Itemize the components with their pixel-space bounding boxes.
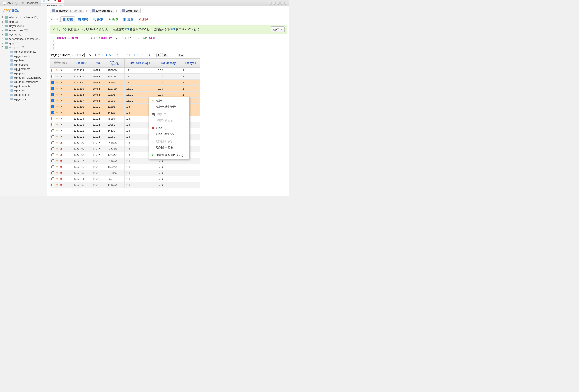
table-wp_term_relationships[interactable]: wp_term_relationships: [0, 75, 47, 80]
edit-row-icon[interactable]: ✎: [56, 177, 58, 180]
page-link-14[interactable]: 14: [147, 54, 150, 56]
table-wp_options[interactable]: wp_options: [0, 63, 47, 67]
table-row[interactable]: ✎✖1250285110162138761.370.002: [50, 170, 200, 176]
delete-row-icon[interactable]: ✖: [60, 105, 63, 108]
edit-row-icon[interactable]: ✎: [56, 135, 58, 138]
toolbar-add-button[interactable]: +: [55, 17, 60, 22]
row-checkbox[interactable]: [52, 147, 54, 150]
table-row[interactable]: ✎✖12502991075311679911.110.002: [50, 86, 200, 92]
table-row[interactable]: ✎✖1250300107539846511.110.002: [50, 80, 200, 86]
breadcrumb-host[interactable]: localhost (5.7.27-log): [50, 8, 84, 13]
window-control-icon[interactable]: [277, 1, 280, 4]
table-wp_postmeta[interactable]: wp_postmeta: [0, 67, 47, 71]
row-checkbox[interactable]: [52, 129, 54, 132]
edit-row-icon[interactable]: ✎: [56, 75, 58, 78]
delete-row-icon[interactable]: ✖: [60, 99, 63, 102]
edit-row-icon[interactable]: ✎: [56, 111, 58, 114]
row-checkbox[interactable]: [52, 105, 54, 108]
edit-row-icon[interactable]: ✎: [56, 183, 58, 186]
delete-row-icon[interactable]: ✖: [60, 81, 63, 84]
table-row[interactable]: ✎✖12503011075313117411.110.002: [50, 74, 200, 80]
table-wp_posts[interactable]: wp_posts: [0, 71, 47, 75]
table-wp_links[interactable]: wp_links: [0, 58, 47, 63]
row-checkbox[interactable]: [52, 75, 54, 78]
edit-row-icon[interactable]: ✎: [56, 129, 58, 132]
col-tid[interactable]: tid: [91, 58, 106, 67]
row-checkbox[interactable]: [52, 93, 54, 96]
edit-row-icon[interactable]: ✎: [56, 81, 58, 84]
edit-row-icon[interactable]: ✎: [56, 147, 58, 150]
edit-row-icon[interactable]: ✎: [56, 93, 58, 96]
edit-row-icon[interactable]: ✎: [56, 99, 58, 102]
row-checkbox[interactable]: [52, 153, 54, 156]
expand-icon[interactable]: +: [1, 25, 3, 27]
window-control-icon[interactable]: [281, 1, 284, 4]
page-select[interactable]: 1: [86, 53, 92, 57]
tab-truncate[interactable]: 🗑清空: [121, 16, 135, 22]
page-link-2[interactable]: 2: [98, 54, 100, 56]
menu-cancel-select[interactable]: 取消选中记录: [149, 145, 189, 151]
table-wp_comments[interactable]: wp_comments: [0, 54, 47, 58]
page-link-12[interactable]: 12: [137, 54, 140, 56]
delete-row-icon[interactable]: ✖: [60, 159, 63, 163]
tab-insert[interactable]: ＋新增: [106, 16, 120, 22]
table-wp_commentmeta[interactable]: wp_commentmeta: [0, 50, 47, 54]
execute-button[interactable]: 执行>>: [271, 26, 285, 33]
col-list_id[interactable]: list_id▽: [72, 58, 91, 67]
tab-word_list[interactable]: word_list×: [41, 0, 65, 3]
expand-icon[interactable]: +: [1, 29, 3, 31]
db-performance_schema[interactable]: +performance_schema(87): [0, 37, 47, 41]
delete-row-icon[interactable]: ✖: [60, 129, 63, 132]
menu-delete[interactable]: ✖删除 (D): [149, 125, 189, 131]
delete-row-icon[interactable]: ✖: [60, 141, 63, 144]
breadcrumb-table[interactable]: word_list: [120, 8, 141, 13]
row-checkbox[interactable]: [52, 160, 54, 162]
window-control-icon[interactable]: [284, 1, 287, 4]
menu-edit-selected[interactable]: 编辑已选中记录: [149, 104, 189, 110]
page-link-4[interactable]: 4: [106, 54, 107, 56]
row-checkbox[interactable]: [52, 171, 54, 174]
table-row[interactable]: ✎✖1250286110161502721.370.002: [50, 164, 200, 170]
delete-row-icon[interactable]: ✖: [60, 183, 63, 186]
delete-row-icon[interactable]: ✖: [60, 75, 63, 78]
page-link-1[interactable]: 1: [95, 54, 96, 56]
edit-row-icon[interactable]: ✎: [56, 87, 58, 90]
tab-drop[interactable]: ✖删除: [136, 16, 150, 22]
delete-row-icon[interactable]: ✖: [60, 123, 63, 126]
table-wp_termmeta[interactable]: wp_termmeta: [0, 84, 47, 88]
edit-row-icon[interactable]: ✎: [56, 123, 58, 126]
page-link-9[interactable]: 9: [124, 54, 125, 56]
menu-reload[interactable]: ↻重新加载本页数据 (R): [149, 152, 189, 158]
col-list_density[interactable]: list_density: [156, 58, 181, 67]
page-link-8[interactable]: 8: [120, 54, 122, 56]
row-checkbox[interactable]: [52, 81, 54, 84]
delete-row-icon[interactable]: ✖: [60, 93, 63, 96]
page-input[interactable]: [169, 53, 176, 57]
prev-page-button[interactable]: >: [156, 53, 161, 57]
row-checkbox[interactable]: [52, 141, 54, 144]
col-word_id[interactable]: word_id字段ID: [106, 58, 125, 67]
table-row[interactable]: ✎✖12502841101686911.370.002: [50, 176, 200, 182]
table-row[interactable]: ✎✖12503021075315690911.110.002: [50, 67, 200, 74]
db-mysql[interactable]: +mysql(31): [0, 33, 47, 37]
row-checkbox[interactable]: [52, 87, 54, 90]
row-checkbox[interactable]: [52, 117, 54, 120]
col-list_percentage[interactable]: list_percentage: [125, 58, 156, 67]
page-link-10[interactable]: 10: [127, 54, 130, 56]
close-icon[interactable]: ×: [58, 0, 61, 2]
tab-structure[interactable]: ▤结构: [75, 16, 90, 22]
tab-search[interactable]: 🔍搜索: [90, 16, 105, 22]
row-checkbox[interactable]: [52, 183, 54, 186]
expand-icon[interactable]: +: [1, 21, 3, 23]
sort-select[interactable]: list_id (PRIMARY) - DESC: [50, 53, 85, 57]
tab-home[interactable]: AMYSQL主页 - localhost: [1, 0, 40, 6]
expand-icon[interactable]: +: [1, 42, 3, 44]
db-amh[interactable]: +amh(26): [0, 20, 47, 24]
row-checkbox[interactable]: [52, 177, 54, 180]
edit-row-icon[interactable]: ✎: [56, 165, 58, 168]
db-amysql_dev[interactable]: +amysql_dev(18): [0, 28, 47, 33]
row-checkbox[interactable]: [52, 69, 54, 72]
edit-row-icon[interactable]: ✎: [56, 105, 58, 108]
table-wp_term_taxonomy[interactable]: wp_term_taxonomy: [0, 80, 47, 84]
edit-row-icon[interactable]: ✎: [56, 153, 58, 156]
